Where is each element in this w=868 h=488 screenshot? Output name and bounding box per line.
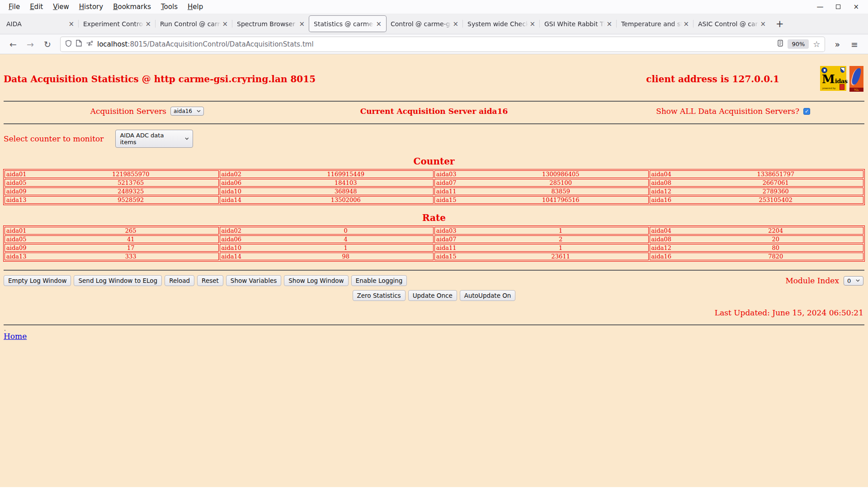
show-variables-button[interactable]: Show Variables xyxy=(226,275,281,286)
tab-statistics-carme-g[interactable]: Statistics @ carme-g× xyxy=(309,16,386,32)
tab-close-icon[interactable]: × xyxy=(67,20,75,28)
tab-asic-control-carm[interactable]: ASIC Control @ carm× xyxy=(693,16,770,32)
tab-close-icon[interactable]: × xyxy=(451,20,460,28)
server-value: 1169915449 xyxy=(261,171,431,178)
rate-cell-aida16: aida167820 xyxy=(650,253,864,260)
enable-logging-button[interactable]: Enable Logging xyxy=(351,275,407,286)
server-value: 13502006 xyxy=(261,197,431,203)
page-info-icon[interactable] xyxy=(76,40,82,48)
counter-cell-aida01: aida011219855970 xyxy=(5,170,219,178)
footer-dot: . xyxy=(0,325,868,331)
tab-close-icon[interactable]: × xyxy=(144,20,152,28)
server-name: aida07 xyxy=(435,179,476,186)
tcl-logo[interactable]: TCL xyxy=(849,66,863,92)
tab-close-icon[interactable]: × xyxy=(297,20,306,28)
rate-cell-aida02: aida020 xyxy=(220,227,434,235)
tab-close-icon[interactable]: × xyxy=(605,20,613,28)
server-value: 2 xyxy=(476,236,646,243)
tab-label: GSI White Rabbit Tim xyxy=(544,20,605,28)
tab-control-carme-gsi[interactable]: Control @ carme-gsi× xyxy=(386,16,463,32)
menu-tools[interactable]: Tools xyxy=(156,1,183,13)
tab-system-wide-checks[interactable]: System wide Checks (× xyxy=(463,16,540,32)
menu-view[interactable]: View xyxy=(48,1,74,13)
acquisition-servers-label: Acquisition Servers xyxy=(90,107,166,116)
counter-table-row: aida055213765aida06184103aida07285100aid… xyxy=(5,179,863,187)
counter-table-body: aida011219855970aida021169915449aida0313… xyxy=(5,170,863,204)
home-link[interactable]: Home xyxy=(4,332,27,341)
rate-cell-aida08: aida0820 xyxy=(650,235,864,243)
rate-table-row: aida13333aida1498aida1523611aida167820 xyxy=(5,253,863,260)
show-all-checkbox[interactable]: ✓ xyxy=(803,108,810,115)
tab-temperature-and-stat[interactable]: Temperature and stat× xyxy=(617,16,693,32)
minimize-button[interactable]: — xyxy=(816,5,823,9)
midas-powered-text: powered by xyxy=(822,87,835,89)
zoom-level-badge[interactable]: 90% xyxy=(788,39,809,49)
bookmark-star-icon[interactable]: ☆ xyxy=(813,39,820,49)
forward-button[interactable]: → xyxy=(23,39,38,49)
rate-cell-aida06: aida064 xyxy=(220,235,434,243)
acquisition-server-value: aida16 xyxy=(174,108,192,114)
overflow-menu-icon[interactable]: » xyxy=(830,39,844,49)
tab-experiment-control[interactable]: Experiment Control @× xyxy=(79,16,156,32)
tab-close-icon[interactable]: × xyxy=(221,20,229,28)
permissions-icon[interactable] xyxy=(86,40,93,48)
tab-bar: AIDA×Experiment Control @×Run Control @ … xyxy=(0,14,868,34)
server-name: aida04 xyxy=(650,227,691,234)
rate-cell-aida14: aida1498 xyxy=(220,253,434,260)
server-name: aida06 xyxy=(220,236,261,243)
reload-button[interactable]: Reload xyxy=(165,275,194,286)
show-log-window-button[interactable]: Show Log Window xyxy=(284,275,348,286)
reader-mode-icon[interactable] xyxy=(777,40,783,48)
rate-cell-aida09: aida0917 xyxy=(5,244,219,252)
reset-button[interactable]: Reset xyxy=(197,275,223,286)
tab-run-control-carme[interactable]: Run Control @ carme× xyxy=(156,16,232,32)
midas-logo[interactable]: Midas powered by xyxy=(820,66,846,91)
tab-close-icon[interactable]: × xyxy=(374,20,383,28)
update-once-button[interactable]: Update Once xyxy=(408,290,457,301)
rate-table: aida01265aida020aida031aida042204aida054… xyxy=(3,225,865,262)
tab-close-icon[interactable]: × xyxy=(682,20,690,28)
empty-log-window-button[interactable]: Empty Log Window xyxy=(4,275,71,286)
midas-shield-icon xyxy=(840,67,845,73)
menu-bookmarks[interactable]: Bookmarks xyxy=(108,1,156,13)
new-tab-button[interactable]: + xyxy=(770,19,789,29)
logos: Midas powered by TCL xyxy=(820,66,863,92)
log-toolbar: Empty Log WindowSend Log Window to ELogR… xyxy=(0,271,868,286)
zero-statistics-button[interactable]: Zero Statistics xyxy=(353,290,406,301)
tab-gsi-white-rabbit-tim[interactable]: GSI White Rabbit Tim× xyxy=(540,16,617,32)
rate-cell-aida03: aida031 xyxy=(434,227,649,235)
menu-help[interactable]: Help xyxy=(183,1,208,13)
menu-file[interactable]: File xyxy=(4,1,25,13)
server-name: aida05 xyxy=(5,236,46,243)
close-button[interactable]: × xyxy=(853,5,859,9)
tab-close-icon[interactable]: × xyxy=(528,20,537,28)
reload-button[interactable]: ↻ xyxy=(40,39,55,49)
update-buttons: Zero StatisticsUpdate OnceAutoUpdate On xyxy=(0,286,868,301)
app-menu-icon[interactable]: ≡ xyxy=(846,39,863,49)
server-value: 7820 xyxy=(691,253,861,260)
tab-close-icon[interactable]: × xyxy=(759,20,767,28)
tab-spectrum-browser[interactable]: Spectrum Browser @× xyxy=(232,16,309,32)
counter-cell-aida12: aida122789360 xyxy=(650,188,864,195)
browser-window: FileEditViewHistoryBookmarksToolsHelp — … xyxy=(0,0,868,487)
server-name: aida02 xyxy=(220,171,261,178)
acquisition-server-select[interactable]: aida16 xyxy=(170,107,204,116)
back-button[interactable]: ← xyxy=(5,39,21,49)
menu-history[interactable]: History xyxy=(74,1,108,13)
server-value: 368948 xyxy=(261,188,431,195)
counter-cell-aida14: aida1413502006 xyxy=(220,196,434,204)
counter-monitor-select[interactable]: AIDA ADC data items xyxy=(115,130,193,148)
autoupdate-on-button[interactable]: AutoUpdate On xyxy=(460,290,516,301)
rate-table-body: aida01265aida020aida031aida042204aida054… xyxy=(5,227,863,260)
url-bar[interactable]: localhost:8015/DataAcquisitionControl/Da… xyxy=(61,37,825,52)
rate-table-row: aida01265aida020aida031aida042204 xyxy=(5,227,863,235)
module-index-select[interactable]: 0 xyxy=(844,276,863,286)
tab-aida[interactable]: AIDA× xyxy=(2,16,79,32)
server-value: 1338651797 xyxy=(691,171,861,178)
server-name: aida10 xyxy=(220,244,261,251)
tracking-shield-icon[interactable] xyxy=(65,40,72,49)
window-controls: — × xyxy=(816,5,868,9)
maximize-button[interactable] xyxy=(836,5,840,9)
menu-edit[interactable]: Edit xyxy=(25,1,48,13)
send-log-window-to-elog-button[interactable]: Send Log Window to ELog xyxy=(74,275,162,286)
